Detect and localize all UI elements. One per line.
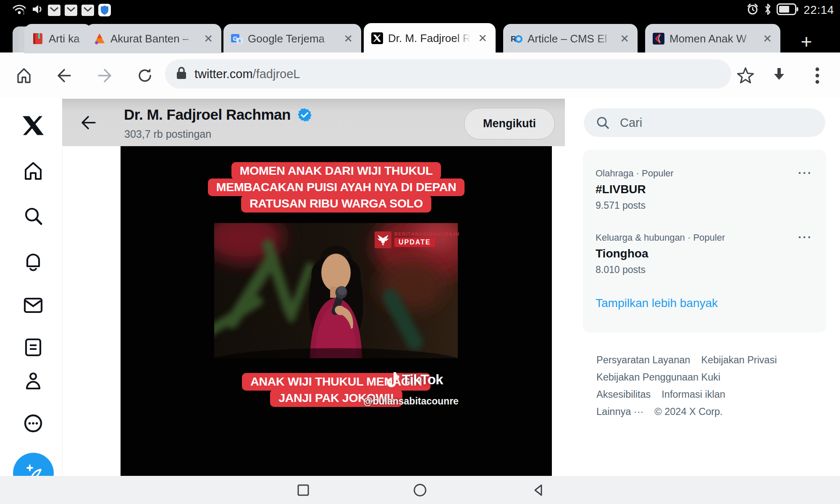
- url-path: /fadjroeL: [253, 67, 300, 81]
- akurat-news-icon: [94, 33, 105, 45]
- post-video[interactable]: MOMEN ANAK DARI WIJI THUKUL MEMBACAKAN P…: [121, 146, 552, 476]
- more-options-icon[interactable]: [21, 411, 45, 436]
- caption-line: MEMBACAKAN PUISI AYAH NYA DI DEPAN: [208, 178, 465, 196]
- clock-time: 22:14: [803, 4, 834, 17]
- bluetooth-icon: [764, 3, 772, 17]
- footer-link[interactable]: Persyaratan Layanan: [596, 354, 690, 365]
- tab-title: Google Terjema: [248, 32, 338, 45]
- tab-title: Akurat Banten –: [110, 32, 198, 45]
- back-icon[interactable]: [50, 52, 79, 99]
- trend-item[interactable]: Keluarga & hubungan · Populer Tionghoa 8…: [596, 232, 814, 276]
- volume-icon: [31, 3, 44, 17]
- video-watermark: @bulansabitacounre: [363, 396, 459, 407]
- trend-title: #LIVBUR: [596, 183, 814, 196]
- video-caption-top: MOMEN ANAK DARI WIJI THUKUL MEMBACAKAN P…: [121, 163, 552, 213]
- trends-card: Olahraga · Populer #LIVBUR 9.571 posts ·…: [583, 150, 827, 333]
- tiktok-logo: TikTok: [385, 371, 443, 388]
- tab-close-icon[interactable]: ✕: [762, 32, 773, 45]
- lock-icon: [176, 66, 187, 81]
- forward-icon[interactable]: [90, 52, 119, 99]
- footer-line: AksesibilitasInformasi iklan: [596, 386, 832, 403]
- trend-posts: 9.571 posts: [596, 200, 814, 211]
- footer-line: Lainnya ···© 2024 X Corp.: [596, 403, 832, 420]
- url-text: twitter.com/fadjroeL: [194, 67, 300, 81]
- new-tab-button[interactable]: +: [795, 31, 817, 52]
- messages-mail-icon[interactable]: [21, 293, 45, 317]
- reload-icon[interactable]: [130, 52, 160, 99]
- home-icon[interactable]: [9, 52, 39, 99]
- gmail-icon: [65, 5, 77, 16]
- profile-name: Dr. M. Fadjroel Rachman: [124, 106, 312, 123]
- url-bar[interactable]: twitter.com/fadjroeL: [165, 59, 731, 89]
- trend-menu-icon[interactable]: ···: [798, 166, 812, 180]
- trend-menu-icon[interactable]: ···: [798, 231, 812, 244]
- wifi-icon: [12, 3, 27, 17]
- video-caption-bottom: ANAK WIJI THUKUL MENAGIH JANJI PAK JOKOW…: [121, 374, 552, 407]
- back-arrow-icon[interactable]: [75, 110, 99, 135]
- lists-icon[interactable]: [21, 335, 45, 360]
- tab-close-icon[interactable]: ✕: [203, 32, 214, 45]
- footer-link[interactable]: Kebijakan Privasi: [701, 354, 777, 365]
- posts-count: 303,7 rb postingan: [124, 128, 211, 140]
- gmail-icon: [81, 5, 94, 16]
- footer-link[interactable]: Lainnya ···: [596, 406, 643, 417]
- profile-header: Dr. M. Fadjroel Rachman 303,7 rb posting…: [62, 99, 565, 146]
- tab-strip: Arti ka Akurat Banten – ✕ G x̄ Google Te…: [0, 19, 840, 52]
- profile-icon[interactable]: [21, 369, 45, 394]
- tab-arti-kata[interactable]: Arti ka: [24, 24, 92, 53]
- x-logo-icon: [371, 32, 383, 44]
- tab-title: Arti ka: [49, 32, 84, 45]
- tab-title: Momen Anak W: [669, 32, 757, 45]
- status-right-icons: 22:14: [746, 3, 834, 17]
- android-nav-bar: [0, 476, 840, 504]
- tab-close-icon[interactable]: ✕: [477, 32, 488, 45]
- back-nav-button[interactable]: [513, 476, 564, 504]
- tab-article-cms[interactable]: R Article – CMS El ✕: [503, 24, 638, 53]
- footer-line: Persyaratan LayananKebijakan Privasi: [596, 352, 832, 369]
- gmail-icon: [48, 5, 60, 16]
- right-rail: Cari Olahraga · Populer #LIVBUR 9.571 po…: [575, 99, 840, 476]
- channel-badge-text: BERITANASIONALMAJU UPDATE: [394, 231, 460, 248]
- footer-link[interactable]: Informasi iklan: [662, 389, 725, 400]
- bookmark-star-icon[interactable]: [731, 52, 760, 99]
- adguard-shield-icon: [98, 4, 111, 16]
- google-translate-icon: G x̄: [231, 33, 243, 45]
- svg-text:x̄: x̄: [238, 38, 241, 43]
- tiktok-wordmark: TikTok: [402, 372, 443, 388]
- notifications-bell-icon[interactable]: [21, 249, 45, 273]
- show-more-link[interactable]: Tampilkan lebih banyak: [596, 297, 814, 310]
- search-nav-icon[interactable]: [21, 204, 45, 228]
- tab-momen-anak[interactable]: Momen Anak W ✕: [645, 24, 780, 53]
- tab-title: Dr. M. Fadjroel R: [388, 32, 472, 45]
- recent-apps-button[interactable]: [278, 476, 328, 504]
- browser-menu-icon[interactable]: [805, 52, 830, 99]
- x-sidebar: [0, 99, 63, 476]
- search-placeholder: Cari: [620, 116, 642, 130]
- trend-title: Tionghoa: [596, 247, 814, 260]
- footer-link[interactable]: Aksesibilitas: [596, 389, 651, 400]
- search-icon: [596, 116, 610, 130]
- tab-close-icon[interactable]: ✕: [619, 32, 630, 45]
- screen: 22:14 Arti ka Akurat Banten – ✕: [0, 0, 840, 504]
- status-bar: 22:14: [0, 0, 840, 19]
- update-label: UPDATE: [394, 238, 435, 247]
- browser-toolbar: twitter.com/fadjroeL: [0, 52, 840, 99]
- tab-google-translate[interactable]: G x̄ Google Terjema ✕: [223, 24, 361, 53]
- tab-fadjroel-twitter[interactable]: Dr. M. Fadjroel R ✕: [364, 23, 496, 53]
- search-input[interactable]: Cari: [584, 108, 825, 137]
- tab-title: Article – CMS El: [528, 32, 614, 45]
- following-button[interactable]: Mengikuti: [464, 108, 555, 139]
- trend-item[interactable]: Olahraga · Populer #LIVBUR 9.571 posts ·…: [596, 168, 814, 211]
- home-nav-icon[interactable]: [21, 159, 45, 183]
- download-icon[interactable]: [764, 52, 794, 99]
- footer-copyright: © 2024 X Corp.: [654, 406, 722, 417]
- tab-akurat-banten[interactable]: Akurat Banten – ✕: [86, 24, 221, 53]
- home-nav-button[interactable]: [395, 476, 445, 504]
- footer-line: Kebijakan Penggunaan Kuki: [596, 369, 832, 386]
- footer-link[interactable]: Kebijakan Penggunaan Kuki: [596, 372, 720, 383]
- caption-line: RATUSAN RIBU WARGA SOLO: [241, 195, 431, 213]
- tab-close-icon[interactable]: ✕: [343, 32, 354, 45]
- alarm-icon: [746, 3, 759, 17]
- x-logo-icon[interactable]: [21, 113, 45, 138]
- tiktok-note-icon: [385, 371, 399, 388]
